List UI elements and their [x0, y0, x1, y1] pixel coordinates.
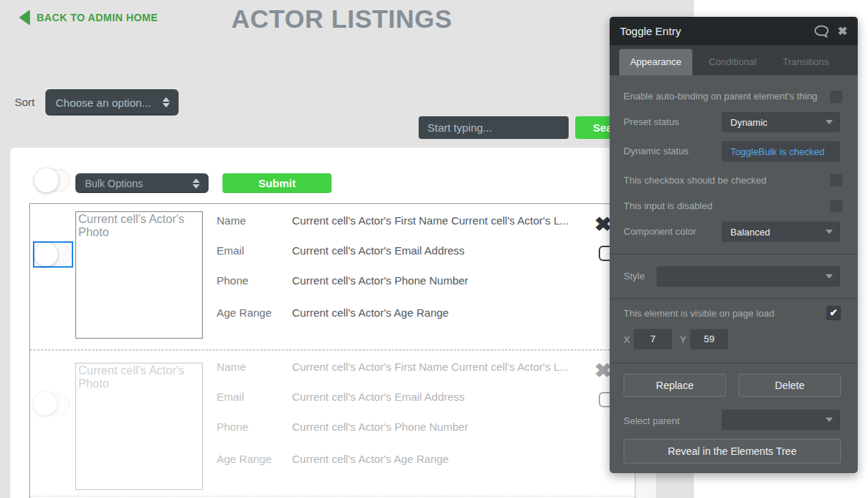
- style-label: Style: [624, 271, 645, 282]
- caret-down-icon: [826, 274, 833, 279]
- field-label[interactable]: Age Range: [217, 453, 272, 465]
- reveal-elements-tree-button[interactable]: Reveal in the Elements Tree: [624, 439, 841, 464]
- field-value[interactable]: Current cell's Actor's Phone Number: [292, 420, 468, 433]
- back-to-admin-link[interactable]: BACK TO ADMIN HOME: [19, 10, 158, 26]
- back-arrow-icon: [19, 10, 30, 26]
- delete-button[interactable]: Delete: [738, 374, 841, 397]
- sort-dropdown-value: Choose an option...: [56, 97, 162, 109]
- sort-dropdown[interactable]: Choose an option...: [45, 89, 179, 116]
- listing-card: Bulk Options Submit Current cell's Actor…: [10, 148, 635, 498]
- bulk-options-value: Bulk Options: [85, 178, 192, 189]
- caret-down-icon: [826, 120, 833, 124]
- toggle-knob: [34, 392, 57, 415]
- tab-transitions[interactable]: Transitions: [773, 49, 839, 75]
- caret-down-icon: [826, 418, 833, 422]
- panel-header[interactable]: Toggle Entry ✖: [610, 17, 858, 45]
- field-value[interactable]: Current cell's Actor's Email Address: [292, 391, 465, 403]
- actor-photo-placeholder[interactable]: Current cell's Actor's Photo: [75, 211, 203, 339]
- toggle-knob: [34, 168, 59, 192]
- page-title: ACTOR LISTINGS: [231, 4, 452, 34]
- submit-button[interactable]: Submit: [222, 173, 332, 193]
- updown-caret-icon: [162, 97, 170, 107]
- close-icon[interactable]: ✖: [838, 24, 848, 38]
- x-input[interactable]: 7: [634, 329, 672, 350]
- field-value[interactable]: Current cell's Actor's Phone Number: [292, 274, 468, 287]
- back-link-label: BACK TO ADMIN HOME: [37, 12, 158, 23]
- panel-tabs: Appearance Conditional Transitions: [610, 45, 858, 75]
- input-disabled-label: This input is disabled: [624, 200, 712, 211]
- preset-status-label: Preset status: [624, 116, 679, 127]
- component-color-label: Component color: [624, 226, 696, 237]
- dynamic-status-expression: ToggleBulk is checked: [730, 146, 833, 157]
- field-label[interactable]: Name: [217, 361, 246, 373]
- y-label: Y: [680, 334, 686, 345]
- tab-conditional[interactable]: Conditional: [700, 49, 766, 75]
- field-label[interactable]: Email: [217, 391, 244, 403]
- field-label[interactable]: Name: [217, 214, 246, 227]
- toggle-knob: [34, 243, 58, 266]
- input-disabled-checkbox[interactable]: [830, 200, 842, 212]
- row-toggle: [35, 244, 71, 265]
- bulk-options-dropdown[interactable]: Bulk Options: [75, 173, 209, 193]
- field-value[interactable]: Current cell's Actor's Age Range: [292, 306, 449, 319]
- component-color-value: Balanced: [730, 227, 826, 238]
- field-label[interactable]: Phone: [217, 420, 248, 433]
- autobind-checkbox[interactable]: [830, 91, 842, 103]
- property-editor-panel: Toggle Entry ✖ Appearance Conditional Tr…: [610, 17, 858, 473]
- checkbox-checked-label: This checkbox should be checked: [624, 175, 766, 186]
- actors-repeating-group: Current cell's Actor's Photo Name Curren…: [29, 203, 635, 498]
- selected-toggle-entry[interactable]: [33, 241, 73, 268]
- caret-down-icon: [826, 230, 833, 234]
- visible-label: This element is visible on page load: [624, 308, 774, 319]
- bubble-editor-canvas: BACK TO ADMIN HOME ACTOR LISTINGS Sort C…: [0, 0, 868, 498]
- panel-body: Enable auto-binding on parent element's …: [610, 75, 858, 473]
- field-value[interactable]: Current cell's Actor's First Name Curren…: [292, 214, 569, 227]
- actor-photo-placeholder[interactable]: Current cell's Actor's Photo: [75, 363, 203, 490]
- field-value[interactable]: Current cell's Actor's Email Address: [292, 244, 465, 257]
- divider: [610, 254, 858, 254]
- field-value[interactable]: Current cell's Actor's Age Range: [292, 453, 449, 465]
- replace-button[interactable]: Replace: [624, 374, 726, 397]
- updown-caret-icon: [192, 178, 200, 189]
- divider: [610, 363, 858, 363]
- preset-status-dropdown[interactable]: Dynamic: [722, 112, 840, 132]
- preset-status-value: Dynamic: [730, 117, 826, 128]
- autobind-label: Enable auto-binding on parent element's …: [624, 91, 818, 102]
- visible-checkbox[interactable]: ✔: [826, 306, 841, 320]
- field-value[interactable]: Current cell's Actor's First Name Curren…: [292, 361, 569, 373]
- field-label[interactable]: Age Range: [217, 306, 272, 319]
- y-input[interactable]: 59: [690, 329, 728, 350]
- style-dropdown[interactable]: [656, 266, 840, 287]
- check-icon: ✔: [830, 307, 838, 318]
- select-parent-label: Select parent: [624, 415, 680, 426]
- row-toggle[interactable]: [34, 393, 70, 415]
- dynamic-status-label: Dynamic status: [624, 146, 689, 156]
- panel-title: Toggle Entry: [620, 25, 814, 37]
- field-label[interactable]: Email: [217, 244, 244, 257]
- divider: [610, 298, 858, 299]
- tab-appearance[interactable]: Appearance: [619, 49, 692, 75]
- sort-label: Sort: [15, 96, 35, 108]
- field-label[interactable]: Phone: [217, 274, 248, 287]
- actor-cell: Current cell's Actor's Photo Name Curren…: [30, 204, 635, 350]
- actor-cell: Current cell's Actor's Photo Name Curren…: [30, 350, 635, 497]
- component-color-dropdown[interactable]: Balanced: [722, 222, 840, 242]
- checkbox-checked-checkbox[interactable]: [830, 174, 842, 186]
- search-input[interactable]: Start typing...: [419, 116, 569, 139]
- dynamic-status-field[interactable]: ToggleBulk is checked: [722, 141, 840, 162]
- select-parent-dropdown[interactable]: [722, 410, 840, 430]
- comment-icon[interactable]: [814, 25, 829, 38]
- bulk-toggle[interactable]: [35, 169, 70, 192]
- x-label: X: [624, 334, 630, 345]
